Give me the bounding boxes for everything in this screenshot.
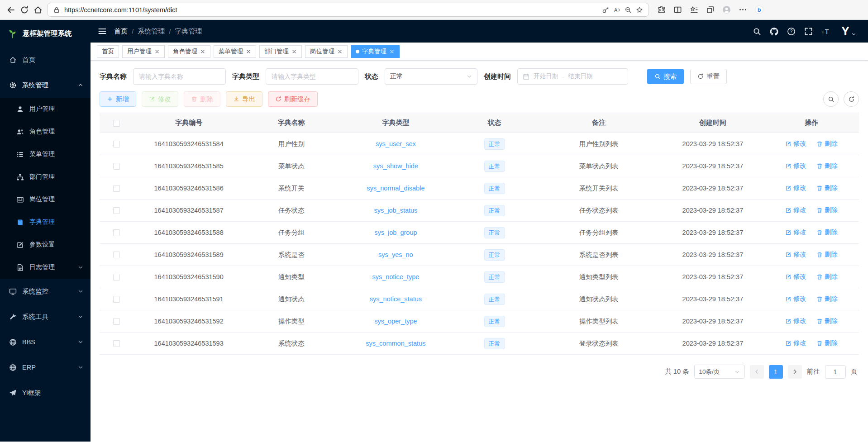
sidebar-toggle-icon[interactable]	[98, 27, 107, 36]
add-favorite-icon[interactable]	[636, 6, 643, 14]
row-delete-link[interactable]: 删除	[816, 317, 838, 325]
row-delete-link[interactable]: 删除	[816, 139, 838, 148]
date-range-picker[interactable]: 开始日期 - 结束日期	[517, 68, 628, 85]
sidebar-item-tool[interactable]: 系统工具	[0, 304, 91, 329]
sidebar-item-role[interactable]: 角色管理	[0, 120, 91, 143]
sidebar-item-monitor[interactable]: 系统监控	[0, 279, 91, 304]
dict-name-input[interactable]	[133, 68, 226, 85]
sidebar-item-log[interactable]: 日志管理	[0, 256, 91, 279]
reset-button[interactable]: 重置	[690, 69, 727, 84]
browser-home-button[interactable]	[33, 5, 43, 14]
row-delete-link[interactable]: 删除	[816, 272, 838, 281]
breadcrumb-item[interactable]: 首页	[114, 27, 128, 36]
split-screen-icon[interactable]	[673, 5, 682, 14]
extensions-icon[interactable]	[657, 5, 666, 14]
page-size-select[interactable]: 10条/页	[694, 365, 745, 379]
breadcrumb-item[interactable]: 系统管理	[138, 27, 165, 36]
row-delete-link[interactable]: 删除	[816, 228, 838, 237]
dict-type-input[interactable]	[266, 68, 358, 85]
row-edit-link[interactable]: 修改	[785, 250, 806, 259]
tab-close-icon[interactable]	[389, 49, 395, 54]
row-delete-link[interactable]: 删除	[816, 162, 838, 170]
tab-close-icon[interactable]	[337, 49, 343, 54]
header-search-icon[interactable]	[753, 27, 761, 36]
dict-type-link[interactable]: sys_yes_no	[378, 251, 413, 258]
row-edit-link[interactable]: 修改	[785, 139, 806, 148]
collections-icon[interactable]	[706, 5, 715, 14]
row-delete-link[interactable]: 删除	[816, 206, 838, 214]
dict-type-link[interactable]: sys_common_status	[366, 340, 425, 347]
prev-page-button[interactable]	[750, 365, 764, 379]
sidebar-item-post[interactable]: 岗位管理	[0, 188, 91, 211]
tab-close-icon[interactable]	[200, 49, 205, 54]
tab[interactable]: 字典管理	[351, 45, 400, 58]
row-checkbox[interactable]	[113, 207, 120, 214]
tab[interactable]: 首页	[97, 45, 119, 58]
address-bar[interactable]: https://ccnetcore.com:1101/system/dict A	[47, 3, 649, 17]
row-checkbox[interactable]	[113, 318, 120, 325]
sidebar-item-config[interactable]: 参数设置	[0, 233, 91, 256]
browser-back-button[interactable]	[6, 5, 15, 14]
refresh-table-button[interactable]	[844, 91, 859, 107]
status-select[interactable]: 正常	[385, 68, 477, 85]
sidebar-item-system[interactable]: 系统管理	[0, 72, 91, 98]
sidebar-item-bbs[interactable]: BBS	[0, 329, 91, 355]
edit-button[interactable]: 修改	[142, 91, 178, 107]
sidebar-item-user[interactable]: 用户管理	[0, 98, 91, 120]
sidebar-item-dict[interactable]: 字典管理	[0, 211, 91, 233]
help-icon[interactable]: ?	[787, 27, 796, 36]
tab-close-icon[interactable]	[154, 49, 160, 54]
breadcrumb-item[interactable]: 字典管理	[175, 27, 202, 36]
dict-type-link[interactable]: sys_user_sex	[376, 140, 416, 147]
row-checkbox[interactable]	[113, 252, 120, 258]
tab[interactable]: 角色管理	[168, 45, 210, 58]
bing-icon[interactable]: b	[755, 5, 763, 14]
tab-close-icon[interactable]	[246, 49, 251, 54]
dict-type-link[interactable]: sys_notice_type	[372, 273, 419, 280]
user-menu[interactable]: Y	[841, 25, 856, 38]
browser-menu-icon[interactable]	[739, 5, 747, 14]
zoom-out-icon[interactable]	[625, 6, 632, 14]
app-logo[interactable]: 意框架管理系统	[0, 20, 91, 47]
row-edit-link[interactable]: 修改	[785, 162, 806, 170]
read-aloud-icon[interactable]: A	[613, 6, 620, 14]
row-delete-link[interactable]: 删除	[816, 339, 838, 347]
row-checkbox[interactable]	[113, 229, 120, 236]
row-delete-link[interactable]: 删除	[816, 184, 838, 192]
toggle-search-button[interactable]	[823, 91, 839, 107]
row-checkbox[interactable]	[113, 274, 120, 280]
row-edit-link[interactable]: 修改	[785, 206, 806, 214]
page-1-button[interactable]: 1	[769, 365, 783, 379]
tab[interactable]: 岗位管理	[305, 45, 348, 58]
row-delete-link[interactable]: 删除	[816, 250, 838, 259]
dict-type-link[interactable]: sys_normal_disable	[367, 185, 424, 192]
sidebar-item-yi[interactable]: Yi框架	[0, 380, 91, 405]
tab[interactable]: 菜单管理	[214, 45, 256, 58]
tab[interactable]: 部门管理	[259, 45, 302, 58]
refresh-cache-button[interactable]: 刷新缓存	[268, 91, 318, 107]
dict-type-link[interactable]: sys_job_status	[374, 207, 417, 214]
export-button[interactable]: 导出	[226, 91, 262, 107]
row-checkbox[interactable]	[113, 163, 120, 170]
dict-type-link[interactable]: sys_notice_status	[370, 295, 422, 303]
sidebar-item-erp[interactable]: ERP	[0, 355, 91, 380]
row-checkbox[interactable]	[113, 185, 120, 192]
row-checkbox[interactable]	[113, 141, 120, 147]
delete-button[interactable]: 删除	[184, 91, 220, 107]
search-button[interactable]: 搜索	[647, 69, 684, 84]
row-delete-link[interactable]: 删除	[816, 295, 838, 303]
row-checkbox[interactable]	[113, 296, 120, 303]
row-edit-link[interactable]: 修改	[785, 184, 806, 192]
sidebar-item-menu[interactable]: 菜单管理	[0, 143, 91, 166]
next-page-button[interactable]	[788, 365, 802, 379]
row-edit-link[interactable]: 修改	[785, 317, 806, 325]
dict-type-link[interactable]: sys_show_hide	[373, 162, 418, 170]
browser-refresh-button[interactable]	[20, 5, 29, 14]
goto-page-input[interactable]	[825, 365, 846, 379]
row-edit-link[interactable]: 修改	[785, 339, 806, 347]
row-edit-link[interactable]: 修改	[785, 295, 806, 303]
row-edit-link[interactable]: 修改	[785, 228, 806, 237]
github-icon[interactable]	[770, 27, 778, 36]
add-button[interactable]: 新增	[100, 91, 136, 107]
select-all-checkbox[interactable]	[113, 120, 120, 127]
